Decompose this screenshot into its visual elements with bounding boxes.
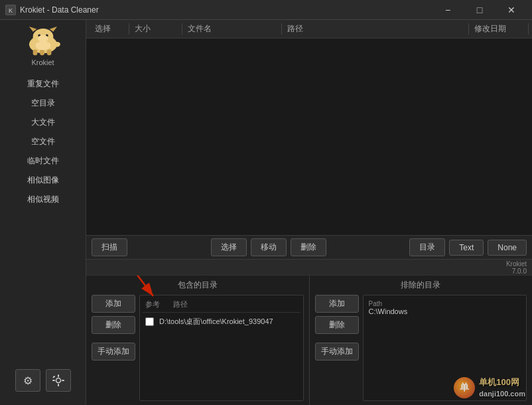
scan-button[interactable]: 扫描	[92, 238, 127, 256]
app-body: Krokiet 重复文件 空目录 大文件 空文件 临时文件 相似图像 相似视频	[0, 20, 532, 405]
svg-point-16	[56, 378, 60, 383]
dir-checkbox[interactable]	[145, 317, 154, 326]
svg-point-15	[38, 35, 48, 42]
included-dirs-headers: 参考 路径	[143, 298, 300, 313]
col-filename: 文件名	[182, 23, 282, 35]
excluded-manual-add-button[interactable]: 手动添加	[315, 343, 359, 361]
window-title: Krokiet - Data Cleaner	[20, 5, 99, 15]
move-button[interactable]: 移动	[251, 238, 287, 256]
corgi-icon	[23, 27, 63, 57]
svg-marker-5	[49, 27, 57, 32]
included-dirs-actions: 添加 删除 手动添加	[92, 295, 135, 401]
watermark-icon: 单	[454, 377, 475, 398]
sidebar-item-empty-dirs[interactable]: 空目录	[0, 94, 86, 113]
logo-label: Krokiet	[31, 58, 54, 66]
excluded-path-item: Path C:\Windows	[366, 298, 524, 317]
path-header: 路径	[173, 299, 188, 309]
bottom-toolbar: 扫描 选择 移动 删除 目录 Text None	[86, 235, 532, 259]
excluded-dirs-actions: 添加 删除 手动添加	[315, 295, 359, 401]
title-bar: K Krokiet - Data Cleaner − □ ✕	[0, 0, 532, 20]
svg-rect-20	[62, 380, 64, 381]
watermark-text: 单机100网danji100.com	[479, 376, 525, 398]
settings-button[interactable]: ⚙	[15, 369, 40, 392]
dir-button[interactable]: 目录	[409, 238, 445, 256]
svg-rect-21	[52, 376, 55, 378]
excluded-delete-button[interactable]: 删除	[315, 316, 359, 334]
excluded-add-button[interactable]: 添加	[315, 295, 359, 313]
included-delete-button[interactable]: 删除	[92, 316, 135, 334]
select-button[interactable]: 选择	[211, 238, 247, 256]
sidebar-logo: Krokiet	[20, 27, 66, 66]
ref-header: 参考	[145, 299, 160, 309]
col-path: 路径	[282, 23, 469, 35]
path-label: Path	[369, 300, 521, 307]
included-dir-item: D:\tools\桌面\office\Krokiet_939047	[143, 315, 300, 329]
col-select: 选择	[90, 23, 129, 35]
delete-button[interactable]: 删除	[291, 238, 326, 256]
sidebar-menu: 重复文件 空目录 大文件 空文件 临时文件 相似图像 相似视频	[0, 74, 86, 209]
sidebar-item-empty-files[interactable]: 空文件	[0, 132, 86, 151]
sidebar-item-similar-images[interactable]: 相似图像	[0, 171, 86, 190]
text-button[interactable]: Text	[449, 240, 484, 256]
included-dirs-panel: 包含的目录 添加 删除	[86, 276, 309, 405]
version-badge: Krokiet 7.0.0	[506, 260, 527, 275]
column-headers: 选择 大小 文件名 路径 修改日期	[86, 20, 532, 39]
minimize-button[interactable]: −	[432, 0, 463, 20]
dir-path: D:\tools\桌面\office\Krokiet_939047	[159, 317, 273, 327]
title-bar-left: K Krokiet - Data Cleaner	[5, 5, 99, 15]
sidebar-item-duplicate-files[interactable]: 重复文件	[0, 74, 86, 94]
close-button[interactable]: ✕	[496, 0, 527, 20]
settings-alt-button[interactable]	[46, 369, 71, 392]
file-list-area	[86, 39, 532, 235]
svg-rect-12	[40, 50, 44, 56]
sidebar: Krokiet 重复文件 空目录 大文件 空文件 临时文件 相似图像 相似视频	[0, 20, 86, 405]
svg-point-10	[54, 42, 60, 47]
none-button[interactable]: None	[488, 240, 527, 256]
sidebar-item-similar-videos[interactable]: 相似视频	[0, 190, 86, 209]
main-content: 选择 大小 文件名 路径 修改日期 扫描 选择 移动 删除 目录 Text No…	[86, 20, 532, 405]
app-icon: K	[5, 5, 16, 15]
svg-rect-17	[58, 374, 59, 377]
path-value: C:\Windows	[369, 307, 521, 315]
col-date: 修改日期	[469, 23, 529, 35]
svg-rect-18	[58, 384, 59, 386]
svg-rect-13	[46, 50, 51, 56]
included-add-button[interactable]: 添加	[92, 295, 135, 313]
col-size: 大小	[129, 23, 182, 35]
included-dirs-list: 参考 路径 D:\tools\桌面\office\Krokiet_939047	[139, 295, 304, 401]
svg-text:K: K	[9, 7, 13, 14]
excluded-dirs-title: 排除的目录	[315, 280, 527, 291]
included-manual-add-button[interactable]: 手动添加	[92, 343, 135, 361]
svg-marker-4	[29, 27, 36, 32]
svg-point-14	[35, 41, 50, 50]
included-dirs-title: 包含的目录	[92, 280, 304, 291]
watermark: 单 单机100网danji100.com	[454, 376, 525, 398]
settings-alt-icon	[52, 374, 64, 386]
sidebar-item-large-files[interactable]: 大文件	[0, 113, 86, 132]
sidebar-item-temp-files[interactable]: 临时文件	[0, 151, 86, 171]
svg-rect-19	[52, 380, 55, 381]
svg-rect-11	[33, 50, 37, 56]
status-bar: Krokiet 7.0.0	[86, 260, 532, 276]
maximize-button[interactable]: □	[464, 0, 495, 20]
included-dirs-inner: 添加 删除 手动添加 参考 路径 D:\tools\桌面\office\	[92, 295, 304, 401]
window-controls: − □ ✕	[432, 0, 527, 20]
sidebar-actions: ⚙	[9, 363, 78, 398]
